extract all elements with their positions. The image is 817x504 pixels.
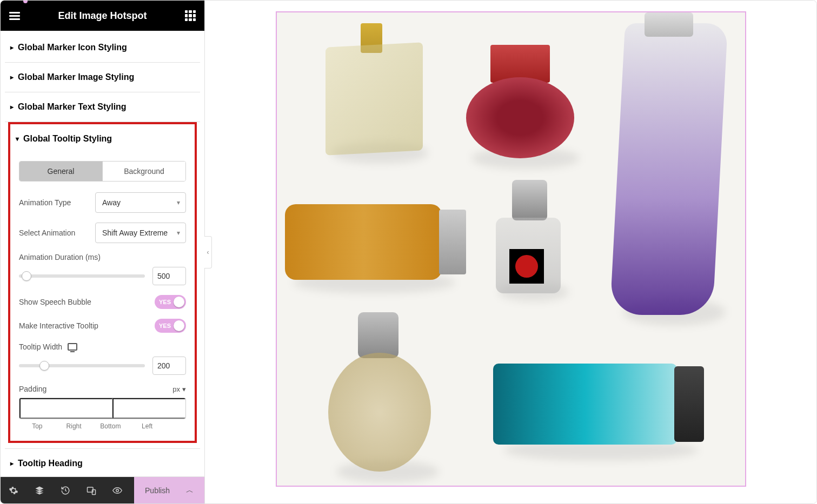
editor-canvas[interactable]: ‹ xyxy=(205,1,816,503)
slider-thumb[interactable] xyxy=(39,361,49,371)
accordion-label: Global Marker Icon Styling xyxy=(18,43,127,52)
subtab-group: General Background xyxy=(19,161,186,182)
accordion-global-marker-image[interactable]: ▸ Global Marker Image Styling xyxy=(5,63,200,92)
animation-duration-slider[interactable] xyxy=(19,274,145,278)
speech-bubble-toggle[interactable]: YES xyxy=(155,295,186,309)
interactive-tooltip-label: Make Interactive Tooltip xyxy=(19,321,98,330)
animation-duration-label: Animation Duration (ms) xyxy=(19,253,186,261)
collapse-sidebar-handle[interactable]: ‹ xyxy=(204,236,212,268)
highlighted-section: ▾ Global Tooltip Styling General Backgro… xyxy=(8,122,197,443)
svg-point-2 xyxy=(116,489,119,492)
animation-type-label: Animation Type xyxy=(19,198,71,207)
speech-bubble-label: Show Speech Bubble xyxy=(19,298,91,306)
accordion-label: Tooltip Heading xyxy=(18,459,83,468)
preview-icon[interactable] xyxy=(104,477,130,504)
caret-right-icon: ▸ xyxy=(10,103,14,111)
accordion-label: Global Tooltip Styling xyxy=(23,134,112,144)
accordion-global-tooltip[interactable]: ▾ Global Tooltip Styling xyxy=(10,124,195,153)
padding-label: Padding xyxy=(19,385,47,393)
caret-down-icon: ▾ xyxy=(16,135,19,143)
padding-inputs xyxy=(19,398,186,419)
publish-label: Publish xyxy=(145,486,170,495)
caret-right-icon: ▸ xyxy=(10,44,14,51)
perfume-bottle xyxy=(358,312,398,358)
tab-general[interactable]: General xyxy=(19,162,102,181)
layers-icon[interactable] xyxy=(26,477,52,504)
accordion-label: Global Marker Text Styling xyxy=(18,102,127,112)
tooltip-width-input[interactable] xyxy=(152,357,186,375)
perfume-bottle xyxy=(328,353,431,472)
tooltip-width-label: Tooltip Width xyxy=(19,342,62,351)
slider-thumb[interactable] xyxy=(22,271,31,281)
padding-side-label: Left xyxy=(129,422,165,430)
hotspot-image-frame[interactable] xyxy=(276,11,746,487)
toggle-state: YES xyxy=(159,322,171,329)
padding-side-label: Bottom xyxy=(92,422,129,430)
chevron-down-icon: ▾ xyxy=(182,385,186,393)
padding-top-input[interactable] xyxy=(19,398,112,419)
perfume-bottle xyxy=(512,180,547,220)
tooltip-width-slider[interactable] xyxy=(19,364,145,367)
padding-side-label: Top xyxy=(19,422,56,430)
hotspot-marker[interactable] xyxy=(509,249,544,284)
caret-right-icon: ▸ xyxy=(10,73,14,81)
perfume-bottle xyxy=(645,12,693,37)
panel-title: Edit Image Hotspot xyxy=(20,10,185,22)
settings-icon[interactable] xyxy=(1,477,26,504)
padding-unit-select[interactable]: px ▾ xyxy=(172,385,186,393)
perfume-bottle xyxy=(439,210,466,274)
tab-background[interactable]: Background xyxy=(102,162,185,181)
animation-duration-input[interactable] xyxy=(152,267,186,285)
accordion-tooltip-heading[interactable]: ▸ Tooltip Heading xyxy=(5,449,200,476)
bottom-toolbar: Publish ︿ xyxy=(1,476,204,503)
padding-right-input[interactable] xyxy=(112,398,186,419)
apps-icon[interactable] xyxy=(185,10,196,21)
perfume-bottle xyxy=(493,364,677,445)
publish-button[interactable]: Publish ︿ xyxy=(134,477,204,503)
perfume-bottle xyxy=(326,42,423,155)
accordion-global-marker-icon[interactable]: ▸ Global Marker Icon Styling xyxy=(5,33,200,62)
desktop-icon[interactable] xyxy=(68,343,77,351)
padding-side-label: Right xyxy=(56,422,92,430)
select-animation-label: Select Animation xyxy=(19,229,75,237)
perfume-bottle xyxy=(285,204,442,280)
toggle-state: YES xyxy=(159,299,171,305)
perfume-bottle xyxy=(674,366,704,442)
accordion-label: Global Marker Image Styling xyxy=(18,72,134,82)
menu-icon[interactable] xyxy=(9,10,20,21)
animation-type-select[interactable]: Away xyxy=(95,192,186,213)
perfume-bottle xyxy=(466,77,574,158)
interactive-tooltip-toggle[interactable]: YES xyxy=(155,319,186,333)
chevron-up-icon: ︿ xyxy=(186,486,194,495)
responsive-icon[interactable] xyxy=(78,477,104,504)
editor-sidebar: Edit Image Hotspot ▸ Global Marker Icon … xyxy=(1,1,205,503)
select-animation-select[interactable]: Shift Away Extreme xyxy=(95,223,186,243)
perfume-bottle xyxy=(609,23,727,315)
sidebar-header: Edit Image Hotspot xyxy=(1,1,204,31)
tooltip-styling-content: General Background Animation Type Away S… xyxy=(10,161,195,430)
accordion-global-marker-text[interactable]: ▸ Global Marker Text Styling xyxy=(5,92,200,122)
caret-right-icon: ▸ xyxy=(10,460,14,467)
history-icon[interactable] xyxy=(52,477,78,504)
sidebar-body: ▸ Global Marker Icon Styling ▸ Global Ma… xyxy=(1,31,204,476)
